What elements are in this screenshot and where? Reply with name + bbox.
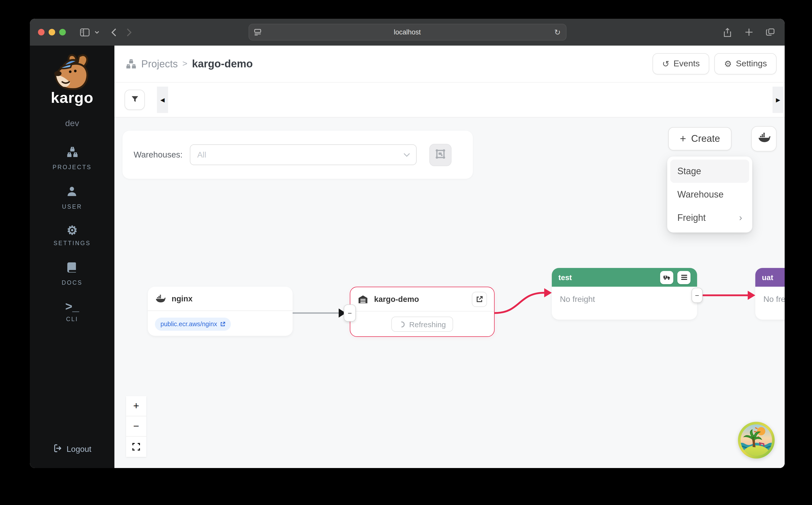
version-label: dev <box>65 119 79 129</box>
sidebar-item-label: DOCS <box>62 280 82 286</box>
collapse-connector-button[interactable]: − <box>692 288 703 303</box>
settings-button[interactable]: ⚙ Settings <box>715 53 777 74</box>
traffic-lights <box>38 29 66 35</box>
app-sidebar: kargo dev PROJECTS USER <box>30 45 114 468</box>
right-triangle-icon: ▶ <box>776 97 780 103</box>
close-window-button[interactable] <box>38 29 44 35</box>
sidebar-item-docs[interactable]: DOCS <box>62 262 82 286</box>
group-view-button[interactable] <box>429 144 451 166</box>
freight-status: No freight <box>755 287 785 312</box>
reload-icon[interactable]: ↻ <box>554 28 561 37</box>
external-link-icon <box>220 322 225 327</box>
docker-images-button[interactable] <box>751 126 777 151</box>
warehouse-node-kargo-demo[interactable]: kargo-demo Refreshing <box>350 287 495 337</box>
external-link-icon <box>476 296 483 303</box>
docker-icon <box>757 132 771 145</box>
repo-link[interactable]: public.ecr.aws/nginx <box>155 318 231 331</box>
logout-button[interactable]: Logout <box>53 444 91 455</box>
zoom-in-button[interactable]: + <box>126 396 146 416</box>
sidebar-item-label: SETTINGS <box>53 240 91 246</box>
create-menu: Stage Warehouse Freight › <box>667 157 752 232</box>
browser-window: localhost ↻ <box>30 19 785 468</box>
expand-panel-right-button[interactable]: ▶ <box>773 87 784 113</box>
tab-overview-icon[interactable] <box>762 25 778 40</box>
promote-truck-button[interactable] <box>660 271 673 284</box>
subscription-node-nginx[interactable]: nginx public.ecr.aws/nginx <box>148 287 293 336</box>
node-title: kargo-demo <box>374 295 419 304</box>
truck-icon <box>663 274 670 281</box>
create-button[interactable]: + Create <box>668 127 732 150</box>
graph-toolbar: ◀ ▶ <box>114 82 785 118</box>
menu-item-warehouse[interactable]: Warehouse <box>670 183 749 206</box>
open-warehouse-button[interactable] <box>472 292 487 307</box>
fit-view-button[interactable] <box>126 437 146 457</box>
left-triangle-icon: ◀ <box>161 97 165 103</box>
warehouses-select[interactable]: All <box>190 144 417 165</box>
stage-title: uat <box>762 273 773 282</box>
screen: localhost ↻ <box>0 0 812 505</box>
projects-icon <box>65 146 79 160</box>
back-icon[interactable] <box>106 25 121 40</box>
stage-node-uat[interactable]: uat No freight <box>755 268 785 320</box>
sidebar-item-label: CLI <box>66 316 78 322</box>
filter-button[interactable] <box>124 90 145 110</box>
forward-icon[interactable] <box>121 25 137 40</box>
island-badge[interactable] <box>738 422 775 459</box>
sidebar-item-user[interactable]: USER <box>62 185 82 210</box>
chevron-down-icon[interactable] <box>92 25 101 40</box>
breadcrumb-separator: > <box>183 59 188 69</box>
kargo-mascot-logo[interactable] <box>50 53 94 94</box>
zoom-window-button[interactable] <box>59 29 66 35</box>
browser-titlebar: localhost ↻ <box>30 19 785 45</box>
sidebar-item-projects[interactable]: PROJECTS <box>53 146 92 170</box>
events-button[interactable]: ↺ Events <box>652 53 709 74</box>
address-bar[interactable]: localhost ↻ <box>248 24 566 40</box>
repo-url: public.ecr.aws/nginx <box>161 321 217 328</box>
collapse-panel-left-button[interactable]: ◀ <box>157 87 168 113</box>
menu-item-stage[interactable]: Stage <box>670 160 749 183</box>
docs-icon <box>66 262 78 276</box>
warehouse-icon <box>357 294 368 305</box>
gear-icon: ⚙ <box>724 58 732 69</box>
reader-view-icon[interactable] <box>254 29 261 35</box>
stage-node-test[interactable]: test <box>552 268 697 320</box>
user-icon <box>66 185 78 200</box>
breadcrumb-projects-link[interactable]: Projects <box>141 58 178 70</box>
kargo-wordmark: kargo <box>51 89 93 106</box>
menu-item-freight[interactable]: Freight › <box>670 206 749 229</box>
sidebar-item-label: USER <box>62 204 82 210</box>
breadcrumb: Projects > kargo-demo <box>125 58 253 70</box>
freight-status: No freight <box>552 287 697 312</box>
minimize-window-button[interactable] <box>49 29 55 35</box>
warehouses-label: Warehouses: <box>133 150 183 160</box>
share-icon[interactable] <box>720 25 735 40</box>
url-text: localhost <box>394 28 421 36</box>
collapse-connector-button[interactable]: − <box>344 304 356 322</box>
plus-icon: + <box>680 133 686 145</box>
node-title: nginx <box>172 294 193 303</box>
logout-label: Logout <box>66 445 91 454</box>
fullscreen-icon <box>132 443 140 451</box>
gear-icon: ⚙ <box>66 225 77 236</box>
filter-icon <box>130 95 139 105</box>
zoom-out-button[interactable]: − <box>126 416 146 437</box>
create-label: Create <box>691 133 720 144</box>
sidebar-item-cli[interactable]: >_ CLI <box>65 301 79 322</box>
sidebar-toggle-icon[interactable] <box>77 25 92 40</box>
settings-label: Settings <box>736 59 767 69</box>
minus-icon: − <box>695 291 699 299</box>
sidebar-item-settings[interactable]: ⚙ SETTINGS <box>53 225 91 246</box>
stage-menu-button[interactable] <box>678 271 691 284</box>
history-icon: ↺ <box>662 58 669 69</box>
refreshing-status[interactable]: Refreshing <box>391 317 453 332</box>
events-label: Events <box>673 59 700 69</box>
warehouses-filter-card: Warehouses: All <box>122 131 473 179</box>
minus-icon: − <box>348 309 352 317</box>
warehouses-selected-value: All <box>197 150 206 159</box>
new-tab-icon[interactable] <box>741 25 756 40</box>
page-title: kargo-demo <box>192 58 253 70</box>
spinner-icon <box>398 321 405 327</box>
pipeline-canvas[interactable]: Warehouses: All <box>114 118 785 468</box>
terminal-icon: >_ <box>65 301 79 312</box>
logout-icon <box>53 444 62 455</box>
